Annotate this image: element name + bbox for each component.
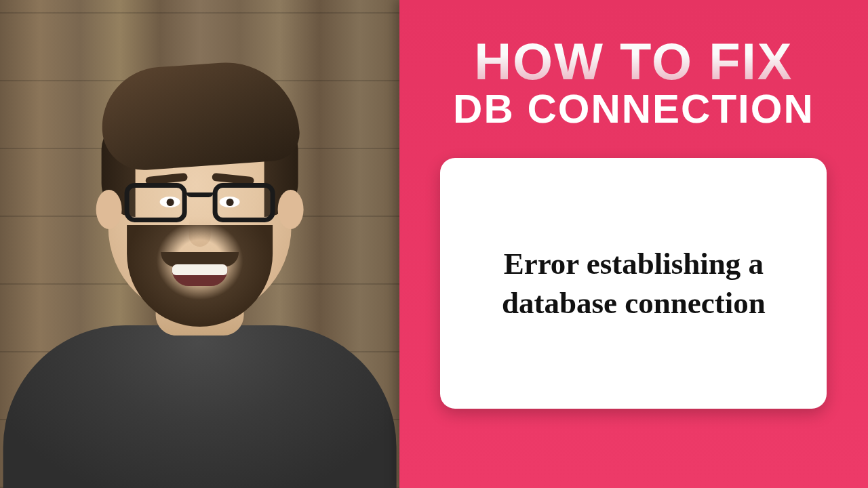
presenter-shirt — [3, 325, 396, 488]
presenter-head — [108, 88, 291, 319]
error-message-text: Error establishing a database connection — [478, 244, 789, 323]
error-message-box: Error establishing a database connection — [440, 158, 827, 409]
thumbnail-container: HOW TO FIX DB CONNECTION Error establish… — [0, 0, 868, 488]
info-panel: HOW TO FIX DB CONNECTION Error establish… — [399, 0, 868, 488]
title-line-1: HOW TO FIX — [453, 37, 814, 86]
presenter-figure — [0, 0, 399, 488]
presenter-panel — [0, 0, 399, 488]
title-line-2: DB CONNECTION — [453, 89, 814, 129]
title-block: HOW TO FIX DB CONNECTION — [453, 37, 814, 129]
